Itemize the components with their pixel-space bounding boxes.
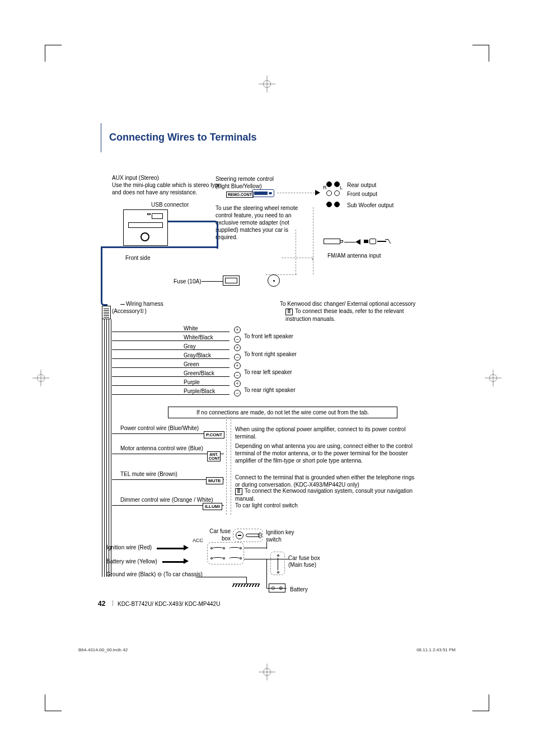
mute-tag: MUTE	[206, 477, 223, 484]
plus-icon: +	[234, 326, 241, 333]
wire-line	[112, 332, 229, 332]
ign-path	[244, 548, 266, 548]
ant-tag: ANT. CONT	[207, 451, 221, 461]
speaker-fr: To front right speaker	[244, 351, 297, 358]
changer-line2: ≣To connect these leads, refer to the re…	[285, 307, 425, 323]
footer-models: KDC-BT742U/ KDC-X493/ KDC-MP442U	[118, 601, 220, 607]
arrow-icon	[315, 190, 320, 195]
ground-wire: Ground wire (Black) ⊖ (To car chassis)	[106, 571, 203, 578]
pcont-label: Power control wire (Blue/White)	[120, 424, 199, 432]
minus-icon: −	[234, 354, 241, 361]
rca-sub: Sub Woofer output	[347, 202, 394, 209]
ant-tag-1: ANT.	[209, 452, 218, 456]
ign-path-up	[266, 542, 267, 549]
aux-title: AUX input (Stereo)	[112, 174, 213, 181]
bat-line	[162, 561, 185, 563]
remote-title: Steering remote control	[216, 175, 305, 183]
crop-mark	[45, 45, 62, 62]
battery-label: Battery	[290, 586, 308, 593]
harness-lead	[120, 304, 125, 305]
fuse-lead	[202, 281, 223, 282]
rca-rear: Rear output	[347, 181, 376, 189]
changer-line1: To Kenwood disc changer/ External option…	[280, 300, 431, 307]
page-number: 42	[98, 600, 105, 608]
registration-mark	[261, 666, 273, 678]
car-fuse-box-icon	[207, 542, 244, 564]
harness-connector-icon	[102, 306, 111, 319]
rca-lead	[277, 193, 317, 193]
dimmer-desc: To car light control switch	[235, 502, 414, 509]
mute-desc2-text: To connect the Kenwood navigation system…	[235, 488, 413, 502]
speaker-rr: To rear right speaker	[244, 386, 296, 394]
manual-icon: ≣	[285, 309, 293, 315]
pcont-desc: When using the optional power amplifier,…	[235, 426, 420, 440]
harness-trunk	[102, 319, 113, 571]
ant-label: Motor antenna control wire (Blue)	[120, 445, 203, 452]
wire-line	[112, 358, 229, 359]
acc-label: ACC	[193, 538, 203, 544]
changer-line2-text: To connect these leads, refer to the rel…	[285, 308, 404, 322]
ground-symbol	[233, 584, 260, 591]
dimmer-tag: ILLUMI	[203, 503, 222, 510]
ignition-switch-icon	[233, 529, 263, 542]
fuse-icon	[223, 276, 240, 286]
indb-footer: B64-4314-00_00.indb 42	[78, 647, 128, 652]
ant-desc: Depending on what antenna you are using,…	[235, 442, 420, 464]
wire-line	[112, 340, 229, 341]
din-connector-icon	[268, 274, 280, 287]
crop-mark	[472, 694, 489, 711]
wire-line	[112, 376, 229, 377]
aux-desc: Use the mini-plug cable which is stereo …	[112, 181, 224, 196]
head-unit-icon	[123, 209, 168, 246]
unit-back-step-v	[312, 258, 313, 260]
unit-back-outline-right	[296, 230, 296, 274]
tag-divider	[226, 417, 227, 515]
tab-note: If no connections are made, do not let t…	[168, 407, 397, 418]
page-title: Connecting Wires to Terminals	[109, 132, 257, 143]
plus-icon: +	[234, 344, 241, 351]
speaker-rl: To rear left speaker	[244, 368, 292, 376]
rca-block: R L Rear output Front output Sub Woofer …	[322, 180, 434, 212]
rca-l: L	[340, 185, 343, 192]
registration-mark	[261, 78, 273, 90]
rca-front: Front output	[347, 190, 377, 198]
pcont-tag: P.CONT	[204, 431, 224, 438]
antenna-label: FM/AM antenna input	[327, 252, 381, 259]
wire-line	[112, 394, 229, 395]
ignition-wire: Ignition wire (Red)	[106, 544, 152, 551]
tag-divider	[231, 417, 231, 515]
title-separator	[101, 123, 101, 152]
main-lead-top	[168, 221, 218, 249]
arrow-icon	[355, 239, 360, 245]
car-fuse-box: Car fuse box	[203, 528, 231, 542]
ground-stem	[246, 577, 247, 584]
manual-icon: ≣	[235, 488, 242, 495]
fuse-label: Fuse (10A)	[174, 278, 201, 285]
registration-mark	[488, 372, 499, 384]
timestamp-footer: 08.11.1 2:43:51 PM	[416, 647, 456, 652]
main-fuse: (Main fuse)	[288, 561, 333, 568]
unit-back-step	[282, 258, 312, 258]
gnd-path	[196, 577, 246, 577]
wire-line	[112, 367, 229, 368]
mute-desc2: ≣To connect the Kenwood navigation syste…	[235, 487, 414, 502]
battery-wire: Battery wire (Yellow)	[106, 558, 157, 565]
plus-icon: +	[234, 380, 241, 387]
unit-back-outline	[207, 207, 313, 274]
antenna-plug-icon	[324, 239, 340, 244]
ignition-key-label: Ignition key switch	[266, 529, 311, 543]
mute-label: TEL mute wire (Brown)	[120, 470, 177, 478]
main-lead	[101, 246, 107, 306]
dimmer-label: Dimmer control wire (Orange / White)	[120, 496, 213, 503]
main-lead-h	[101, 246, 218, 248]
ign-line	[157, 548, 185, 549]
antenna-line	[344, 242, 355, 242]
registration-mark	[35, 372, 46, 384]
arrow-icon	[184, 545, 189, 550]
ant-tag-2: CONT	[209, 456, 220, 460]
minus-icon: −	[234, 372, 241, 379]
battery-icon: ⊖ ⊕	[269, 584, 285, 592]
harness-accessory: (Accessory①)	[112, 307, 147, 315]
remote-tag: REMO.CONT	[226, 192, 254, 198]
remote-connector-icon	[252, 189, 274, 197]
